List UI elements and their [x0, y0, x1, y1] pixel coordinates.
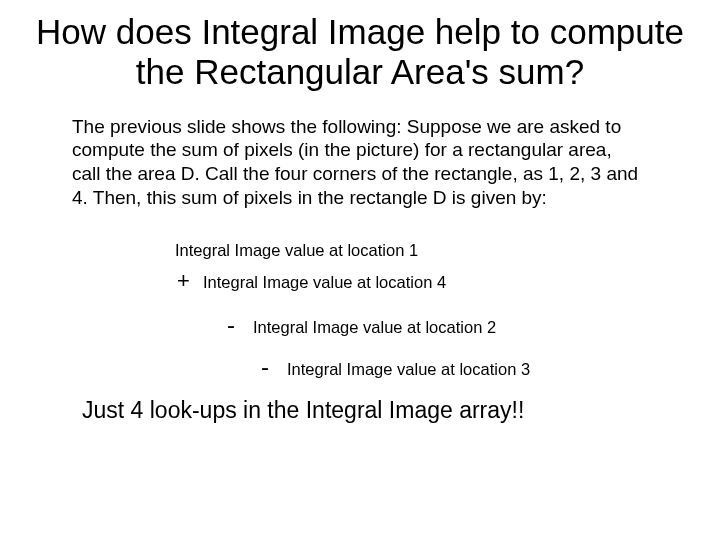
minus-operator-2: -: [261, 349, 287, 385]
slide: How does Integral Image help to compute …: [0, 0, 720, 540]
formula-line-2: + Integral Image value at location 4: [175, 264, 700, 297]
formula-term-2: Integral Image value at location 4: [203, 270, 446, 295]
body-paragraph: The previous slide shows the following: …: [72, 115, 640, 210]
formula-line-4: - Integral Image value at location 3: [175, 349, 700, 385]
formula-term-1: Integral Image value at location 1: [175, 238, 418, 263]
formula-line-3: - Integral Image value at location 2: [175, 307, 700, 343]
slide-title: How does Integral Image help to compute …: [20, 12, 700, 93]
formula-block: Integral Image value at location 1 + Int…: [175, 238, 700, 386]
plus-operator: +: [177, 264, 203, 297]
formula-term-3: Integral Image value at location 2: [253, 315, 496, 340]
formula-term-4: Integral Image value at location 3: [287, 357, 530, 382]
minus-operator-1: -: [227, 307, 253, 343]
conclusion-text: Just 4 look-ups in the Integral Image ar…: [82, 397, 700, 424]
formula-line-1: Integral Image value at location 1: [175, 238, 700, 263]
